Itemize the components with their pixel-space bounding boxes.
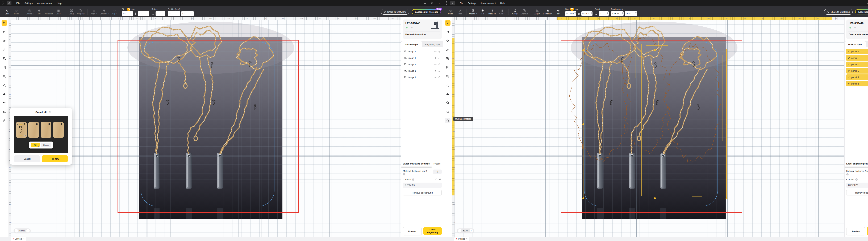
camera-help-icon[interactable]: ?: [412, 179, 414, 181]
layer-row[interactable]: pencil 5: [846, 55, 868, 61]
mini-cancel-button[interactable]: Cancel: [41, 143, 51, 147]
tool-pan[interactable]: [2, 29, 7, 35]
toolbar-align-button[interactable]: Align ∨: [533, 9, 542, 15]
toolbar-outline-button[interactable]: Outline ∨: [25, 9, 35, 15]
toolbar-grid-button[interactable]: Grid ∨: [54, 9, 63, 15]
preview-button[interactable]: Preview: [403, 227, 422, 236]
toolbar-outline-button[interactable]: Outline ∨: [468, 9, 478, 15]
tool-lasso[interactable]: [2, 38, 7, 44]
toolbar-undo-button[interactable]: Undo: [446, 9, 455, 15]
tool-pencil[interactable]: [445, 47, 451, 52]
toolbar-group-button[interactable]: Group: [67, 9, 76, 15]
home-button[interactable]: [450, 1, 455, 5]
tab-engraving-layer[interactable]: Engraving layer: [866, 42, 868, 47]
document-tab[interactable]: Untitled ×: [454, 237, 469, 241]
device-information-row[interactable]: Device information: [405, 33, 440, 36]
remove-background-button[interactable]: Remove background: [846, 190, 868, 195]
tool-insert-image[interactable]: [445, 56, 451, 61]
eye-icon[interactable]: [434, 50, 437, 53]
width-field[interactable]: W127.6: [565, 11, 576, 16]
tab-laser-engraving-settings[interactable]: Laser engraving settings: [403, 162, 430, 165]
unit-toggle[interactable]: [570, 8, 574, 10]
camera-select[interactable]: 矫正后LP5: [403, 183, 442, 188]
minimize-button[interactable]: [424, 2, 426, 4]
menu-item-announcement[interactable]: Announcement: [37, 2, 52, 4]
toolbar-flip-button[interactable]: Flip ∨: [553, 9, 563, 15]
laserpecker-projects-button[interactable]: Laserpecker Projects Free: [855, 9, 868, 15]
unlock-icon[interactable]: [438, 76, 441, 79]
tab-processing[interactable]: Proces: [433, 162, 440, 165]
zoom-in-button[interactable]: +: [26, 229, 30, 233]
tool-stamp[interactable]: [2, 91, 7, 97]
tool-outline-extraction[interactable]: [445, 118, 451, 123]
height-field[interactable]: H114.2: [581, 11, 592, 16]
y-field[interactable]: Y-: [181, 11, 194, 16]
layer-row[interactable]: pencil 4: [846, 61, 868, 67]
unlock-icon[interactable]: [438, 63, 441, 66]
dialog-cancel-button[interactable]: Cancel: [14, 155, 40, 162]
toolbar-metal-cut-button[interactable]: Metal cut: [487, 9, 497, 15]
tool-pencil[interactable]: [2, 47, 7, 52]
eye-icon[interactable]: [434, 70, 437, 72]
zoom-out-button[interactable]: −: [458, 229, 461, 233]
tool-select[interactable]: [2, 20, 7, 26]
layer-row[interactable]: image 1: [403, 55, 442, 61]
camera-help-icon[interactable]: ?: [855, 179, 858, 181]
tab-close-icon[interactable]: ×: [23, 238, 24, 240]
remove-background-button[interactable]: Remove background: [403, 190, 442, 195]
toolbar-align-button[interactable]: Align ∨: [89, 9, 99, 15]
tool-outline-extraction[interactable]: [2, 118, 7, 123]
tool-shape-line[interactable]: [2, 82, 7, 88]
minimize-button[interactable]: [867, 2, 868, 4]
toolbar-group-button[interactable]: Group: [510, 9, 520, 15]
aspect-lock-icon[interactable]: [134, 12, 137, 15]
menu-item-file[interactable]: File: [16, 2, 20, 4]
camera-select[interactable]: 矫正后LP5: [846, 183, 868, 188]
toolbar-fill-button[interactable]: Fill: [35, 9, 44, 15]
tab-normal-layer[interactable]: Normal layer: [401, 42, 422, 47]
panel-scrollbar[interactable]: [443, 94, 443, 101]
layer-row[interactable]: pencil 6: [846, 49, 868, 54]
layer-row[interactable]: pencil 2: [846, 74, 868, 80]
tab-close-icon[interactable]: ×: [466, 238, 467, 240]
eye-icon[interactable]: [434, 63, 437, 66]
canvas[interactable]: 0204060801001201401601802002202402602803…: [452, 18, 844, 237]
rotate-icon[interactable]: [595, 12, 598, 15]
tab-laser-engraving-settings[interactable]: Laser engraving settings: [846, 162, 868, 165]
unit-toggle[interactable]: [127, 8, 130, 10]
toolbar-fill-button[interactable]: Fill: [478, 9, 487, 15]
zoom-out-button[interactable]: −: [14, 229, 18, 233]
toolbar-undo-button[interactable]: Undo: [2, 9, 12, 15]
height-field[interactable]: H-: [138, 11, 149, 16]
share-to-craftzone-button[interactable]: Share to CraftZone: [824, 9, 853, 15]
toolbar-ungroup-button[interactable]: Ungroup: [76, 9, 86, 15]
device-information-row[interactable]: Device information: [849, 33, 868, 36]
tool-insert-image[interactable]: [2, 56, 7, 61]
unlock-icon[interactable]: [438, 57, 441, 59]
device-settings-gear-icon[interactable]: [410, 26, 413, 29]
tool-select[interactable]: [445, 20, 451, 26]
tool-fill-bucket[interactable]: [445, 109, 451, 114]
laser-engraving-button[interactable]: Laserengraving: [424, 227, 442, 235]
toolbar-flip-button[interactable]: Flip ∨: [110, 9, 119, 15]
restore-button[interactable]: [431, 2, 434, 4]
toolbar-metal-cut-button[interactable]: Metal cut: [44, 9, 54, 15]
layer-row[interactable]: pencil 3: [846, 68, 868, 74]
camera-settings-icon[interactable]: [439, 178, 442, 181]
menu-item-settings[interactable]: Settings: [25, 2, 33, 4]
unlock-icon[interactable]: [438, 50, 441, 53]
y-field[interactable]: Y0.41: [625, 11, 637, 16]
laser-engraving-button[interactable]: Laserengraving: [867, 227, 868, 235]
layer-row[interactable]: pencil 1: [846, 81, 868, 86]
tool-stamp[interactable]: [445, 91, 451, 97]
tool-smart-select[interactable]: [445, 100, 451, 106]
tool-lasso[interactable]: [445, 38, 451, 44]
tool-text[interactable]: [2, 64, 7, 70]
layer-row[interactable]: image 1: [403, 68, 442, 74]
dialog-fill-now-button[interactable]: Fill now: [42, 155, 68, 162]
dialog-help-icon[interactable]: ?: [49, 111, 51, 113]
preview-button[interactable]: Preview: [846, 227, 865, 236]
tool-fill-bucket[interactable]: [2, 109, 7, 114]
tool-insert-table[interactable]: [445, 73, 451, 79]
laserpecker-projects-button[interactable]: Laserpecker Projects Free: [412, 9, 441, 15]
